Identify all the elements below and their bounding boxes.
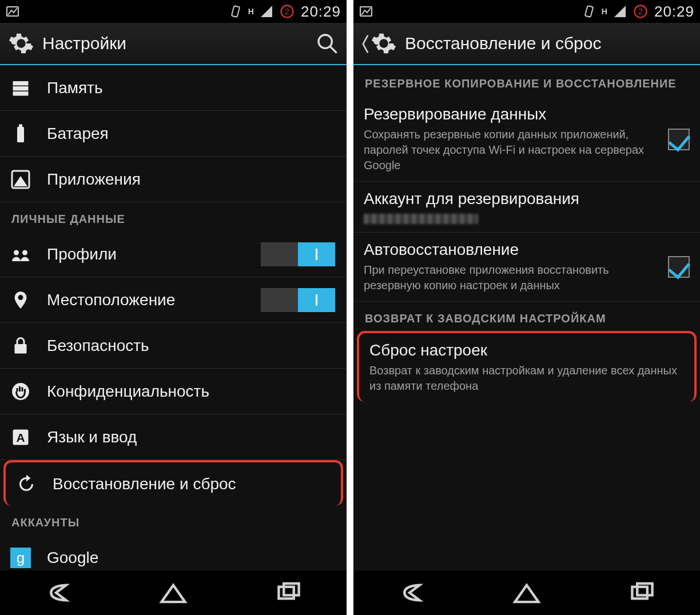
svg-text:A: A [16,430,25,444]
subtitle: Возврат к заводским настройкам и удалени… [369,363,683,394]
svg-text:2: 2 [285,7,289,16]
chevron-left-icon [361,32,369,55]
item-backup-account[interactable]: Аккаунт для резервирования [353,182,700,233]
svg-rect-6 [13,81,29,86]
checkbox-backup-data[interactable] [668,129,690,150]
item-factory-reset[interactable]: Сброс настроек Возврат к заводским настр… [357,331,697,402]
svg-rect-25 [637,584,652,596]
label: Батарея [47,125,335,143]
subtitle: Сохранять резервные копии данных приложе… [364,127,652,173]
label: Резервирование данных [364,105,652,123]
svg-rect-8 [13,91,29,96]
label: Аккаунт для резервирования [364,190,689,208]
home-button[interactable] [156,580,190,605]
toggle-profiles[interactable] [261,242,335,266]
redacted-account [364,214,478,224]
section-backup: РЕЗЕРВНОЕ КОПИРОВАНИЕ И ВОССТАНОВЛЕНИЕ [353,65,700,97]
item-battery[interactable]: Батарея [0,111,347,157]
phone-right: H 2 20:29 Восстановление и сброс РЕЗЕРВН… [353,0,700,615]
item-memory[interactable]: Память [0,65,347,111]
svg-point-4 [319,35,332,48]
language-icon: A [10,427,31,448]
svg-rect-19 [284,584,299,596]
label: Память [47,79,335,97]
item-location[interactable]: Местоположение [0,277,347,323]
status-bar: H 2 20:29 [0,0,347,23]
item-google[interactable]: g Google [0,535,347,570]
item-profiles[interactable]: Профили [0,231,347,277]
home-button[interactable] [510,580,544,605]
page-title: Восстановление и сброс [405,34,692,53]
item-security[interactable]: Безопасность [0,323,347,369]
signal-icon [260,5,273,18]
settings-list: Память Батарея Приложения ЛИЧНЫЕ ДАННЫЕ … [0,65,347,570]
checkbox-auto-restore[interactable] [668,256,690,278]
back-button[interactable] [41,580,75,605]
clock: 20:29 [301,3,341,21]
item-backup-data[interactable]: Резервирование данных Сохранять резервны… [353,97,700,182]
item-privacy[interactable]: Конфиденциальность [0,369,347,414]
label: Восстановление и сброс [53,475,329,493]
label: Безопасность [47,337,335,355]
svg-point-12 [14,250,19,255]
settings-icon [371,30,397,57]
label: Приложения [47,170,335,189]
image-icon [359,5,373,18]
svg-text:2: 2 [638,7,643,16]
lock-icon [10,336,31,356]
label: Сброс настроек [369,341,683,360]
image-icon [6,5,19,18]
svg-rect-9 [17,127,24,142]
network-type: H [602,7,607,16]
battery-icon: 2 [279,3,295,19]
svg-rect-14 [15,344,27,354]
label: Язык и ввод [47,428,335,446]
svg-rect-1 [232,6,240,17]
page-title: Настройки [42,34,308,53]
vibrate-icon [229,5,242,18]
location-icon [10,290,31,310]
up-button[interactable] [361,30,397,57]
status-bar: H 2 20:29 [353,0,700,23]
label: Автовосстановление [364,241,652,259]
item-apps[interactable]: Приложения [0,157,347,202]
label: Конфиденциальность [47,382,335,401]
phone-left: H 2 20:29 Настройки Память [0,0,347,615]
search-icon[interactable] [316,32,339,55]
svg-rect-21 [585,6,593,17]
label: Профили [47,245,245,263]
battery-icon: 2 [633,3,649,19]
restore-icon [16,474,37,494]
nav-bar [0,570,347,615]
section-factory: ВОЗВРАТ К ЗАВОДСКИМ НАСТРОЙКАМ [353,302,700,331]
item-auto-restore[interactable]: Автовосстановление При переустановке при… [353,233,700,302]
recent-button[interactable] [272,580,306,605]
action-bar: Настройки [0,23,347,65]
battery-icon [10,123,31,144]
network-type: H [248,7,254,16]
item-language[interactable]: A Язык и ввод [0,414,347,460]
section-accounts: АККАУНТЫ [0,506,347,535]
apps-icon [10,169,31,190]
action-bar: Восстановление и сброс [353,23,700,65]
vibrate-icon [582,5,596,18]
section-personal: ЛИЧНЫЕ ДАННЫЕ [0,202,347,231]
profiles-icon [10,244,31,265]
label: Google [47,549,335,567]
svg-rect-18 [279,587,293,599]
settings-icon [8,30,34,57]
back-button[interactable] [394,580,428,605]
item-backup-reset[interactable]: Восстановление и сброс [3,460,343,506]
subtitle: При переустановке приложения восстановит… [364,262,652,293]
nav-bar [353,570,700,615]
hand-icon [10,381,31,402]
svg-rect-10 [19,124,22,127]
backup-reset-list: РЕЗЕРВНОЕ КОПИРОВАНИЕ И ВОССТАНОВЛЕНИЕ Р… [353,65,700,570]
clock: 20:29 [654,3,694,21]
svg-rect-24 [632,587,647,599]
recent-button[interactable] [625,580,659,605]
storage-icon [10,78,31,98]
signal-icon [613,5,627,18]
toggle-location[interactable] [261,288,335,312]
svg-rect-7 [13,86,29,91]
